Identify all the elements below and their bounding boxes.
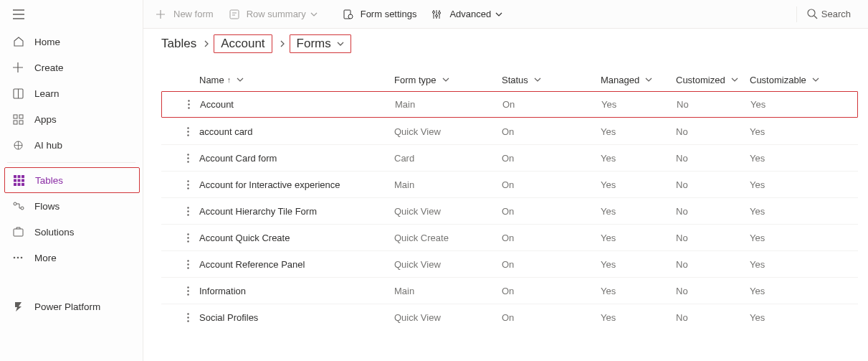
- status-value: On: [502, 126, 601, 137]
- customized-value: No: [676, 179, 750, 190]
- form-name-link[interactable]: Account Card form: [199, 153, 394, 164]
- row-actions-button[interactable]: [161, 127, 199, 136]
- table-row[interactable]: Account for Interactive experienceMainOn…: [161, 171, 858, 197]
- more-icon: [13, 256, 34, 259]
- col-managed[interactable]: Managed: [601, 75, 676, 85]
- solutions-icon: [13, 227, 34, 238]
- chevron-down-icon: [337, 42, 344, 46]
- svg-rect-9: [14, 179, 16, 182]
- table-row[interactable]: Account Card formCardOnYesNoYes: [161, 144, 858, 171]
- search-button[interactable]: Search: [796, 6, 868, 22]
- plus-icon: [13, 62, 34, 72]
- row-actions-button[interactable]: [161, 286, 199, 296]
- table-row[interactable]: AccountMainOnYesNoYes: [161, 91, 858, 118]
- svg-point-46: [187, 260, 189, 261]
- sidebar-item-ai-hub[interactable]: AI hub: [0, 132, 143, 158]
- sidebar-item-more[interactable]: More: [0, 245, 143, 271]
- svg-point-18: [14, 257, 16, 259]
- svg-rect-21: [230, 10, 239, 19]
- advanced-button[interactable]: Advanced: [432, 9, 512, 19]
- form-name-link[interactable]: Account Reference Panel: [199, 259, 394, 270]
- sidebar-item-power-platform[interactable]: Power Platform: [0, 294, 143, 319]
- form-type-value: Quick View: [394, 312, 502, 323]
- form-name-link[interactable]: account card: [199, 126, 394, 137]
- table-header: Name ↑ Form type Status Managed Customiz…: [161, 68, 858, 91]
- crumb-tables[interactable]: Tables: [161, 37, 196, 51]
- customized-value: No: [676, 312, 750, 323]
- svg-rect-8: [22, 175, 24, 178]
- form-name-link[interactable]: Account: [200, 99, 395, 110]
- row-actions-button[interactable]: [161, 260, 199, 269]
- table-row[interactable]: InformationMainOnYesNoYes: [161, 277, 858, 304]
- svg-point-54: [187, 320, 189, 322]
- svg-rect-14: [22, 183, 24, 186]
- chevron-right-icon: [280, 40, 285, 47]
- table-row[interactable]: Social ProfilesQuick ViewOnYesNoYes: [161, 304, 858, 330]
- form-name-link[interactable]: Account Quick Create: [199, 233, 394, 243]
- sidebar-item-tables[interactable]: Tables: [4, 167, 140, 193]
- svg-point-32: [187, 131, 189, 132]
- form-name-link[interactable]: Account for Interactive experience: [199, 179, 394, 190]
- form-name-link[interactable]: Information: [199, 286, 394, 296]
- crumb-account[interactable]: Account: [214, 34, 272, 53]
- sidebar-item-create[interactable]: Create: [0, 55, 143, 80]
- row-actions-button[interactable]: [161, 154, 199, 163]
- form-type-value: Main: [395, 99, 502, 110]
- svg-point-37: [187, 180, 189, 182]
- row-actions-button[interactable]: [162, 100, 200, 109]
- status-value: On: [502, 312, 601, 323]
- row-actions-button[interactable]: [161, 180, 199, 189]
- svg-point-41: [187, 210, 189, 212]
- col-label: Customizable: [750, 75, 806, 85]
- sidebar-item-solutions[interactable]: Solutions: [0, 219, 143, 245]
- row-actions-button[interactable]: [161, 233, 199, 243]
- sidebar-label: Create: [34, 62, 64, 73]
- hamburger-button[interactable]: [0, 0, 143, 29]
- search-label: Search: [821, 9, 851, 19]
- col-customizable[interactable]: Customizable: [750, 75, 829, 85]
- forms-table: Name ↑ Form type Status Managed Customiz…: [161, 68, 858, 330]
- table-row[interactable]: Account Quick CreateQuick CreateOnYesNoY…: [161, 224, 858, 250]
- sidebar-item-flows[interactable]: Flows: [0, 193, 143, 219]
- table-row[interactable]: account cardQuick ViewOnYesNoYes: [161, 118, 858, 144]
- form-name-link[interactable]: Social Profiles: [199, 312, 394, 323]
- chevron-down-icon: [731, 78, 738, 82]
- customized-value: No: [677, 99, 750, 110]
- home-icon: [13, 36, 34, 47]
- svg-point-52: [187, 313, 189, 314]
- customizable-value: Yes: [750, 126, 829, 137]
- col-customized[interactable]: Customized: [676, 75, 750, 85]
- form-name-link[interactable]: Account Hierarchy Tile Form: [199, 206, 394, 217]
- row-actions-button[interactable]: [161, 313, 199, 322]
- sidebar: Home Create Learn Apps AI hub Tables Flo…: [0, 0, 143, 361]
- col-status[interactable]: Status: [502, 75, 601, 85]
- svg-point-38: [187, 184, 189, 185]
- status-value: On: [502, 286, 601, 296]
- sidebar-item-learn[interactable]: Learn: [0, 80, 143, 106]
- svg-point-48: [187, 267, 189, 268]
- form-type-value: Quick View: [394, 259, 502, 270]
- form-settings-button[interactable]: Form settings: [343, 9, 417, 19]
- chevron-down-icon: [237, 78, 244, 82]
- col-name[interactable]: Name ↑: [161, 75, 394, 85]
- customizable-value: Yes: [750, 259, 829, 270]
- svg-point-16: [21, 207, 24, 210]
- table-row[interactable]: Account Hierarchy Tile FormQuick ViewOnY…: [161, 197, 858, 224]
- separator: [796, 6, 797, 22]
- hamburger-icon: [13, 9, 24, 19]
- row-summary-button: Row summary: [229, 9, 328, 19]
- sidebar-label: Tables: [35, 175, 63, 186]
- svg-point-20: [21, 257, 23, 259]
- sidebar-item-home[interactable]: Home: [0, 29, 143, 55]
- status-value: On: [502, 259, 601, 270]
- table-row[interactable]: Account Reference PanelQuick ViewOnYesNo…: [161, 250, 858, 277]
- col-form-type[interactable]: Form type: [394, 75, 502, 85]
- row-actions-button[interactable]: [161, 207, 199, 216]
- sidebar-item-apps[interactable]: Apps: [0, 106, 143, 132]
- plus-icon: [156, 10, 169, 19]
- form-type-value: Quick View: [394, 206, 502, 217]
- crumb-forms[interactable]: Forms: [290, 34, 351, 53]
- svg-point-26: [439, 11, 441, 14]
- customizable-value: Yes: [750, 179, 829, 190]
- col-label: Managed: [601, 75, 639, 85]
